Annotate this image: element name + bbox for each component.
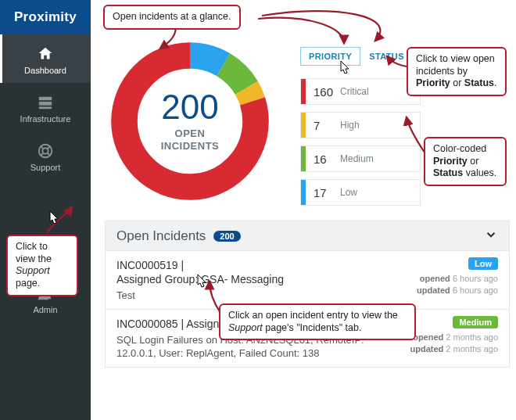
donut-caption: OPENINCIDENTS bbox=[161, 127, 220, 152]
incident-description: Test bbox=[116, 289, 374, 303]
stat-low[interactable]: 17 Low bbox=[300, 179, 421, 206]
donut-center: 200 OPENINCIDENTS bbox=[161, 90, 220, 152]
svg-rect-1 bbox=[39, 102, 52, 106]
panel-title: Open Incidents bbox=[116, 228, 206, 244]
sidebar-item-support[interactable]: Support bbox=[0, 131, 91, 180]
priority-legend: 160 Critical 7 High 16 Medium 17 Low bbox=[300, 78, 421, 206]
open-incidents-donut[interactable]: 200 OPENINCIDENTS bbox=[108, 39, 272, 203]
lifebuoy-icon bbox=[37, 142, 54, 160]
panel-count-badge: 200 bbox=[213, 231, 240, 242]
svg-rect-2 bbox=[39, 107, 52, 109]
panel-header[interactable]: Open Incidents 200 bbox=[106, 221, 509, 250]
incident-row[interactable]: INC0000519 | Assigned Group: GSA- Messag… bbox=[106, 250, 509, 309]
incident-tabs: PRIORITY STATUS bbox=[300, 47, 413, 66]
sidebar: Proximity Dashboard Infrastructure Suppo… bbox=[0, 0, 91, 420]
callout-support-page: Click to view the Support page. bbox=[6, 235, 78, 296]
svg-rect-0 bbox=[39, 97, 52, 101]
sidebar-item-infrastructure[interactable]: Infrastructure bbox=[0, 83, 91, 131]
brand-logo: Proximity bbox=[0, 0, 91, 34]
chevron-down-icon[interactable] bbox=[484, 228, 498, 244]
open-incidents-panel: Open Incidents 200 INC0000519 | Assigned… bbox=[105, 221, 510, 368]
tab-status[interactable]: STATUS bbox=[360, 47, 413, 66]
sidebar-item-label: Dashboard bbox=[24, 66, 66, 75]
callout-top: Open incidents at a glance. bbox=[103, 5, 241, 30]
home-icon bbox=[37, 45, 54, 63]
stat-high[interactable]: 7 High bbox=[300, 112, 421, 138]
callout-incident-click: Click an open incident entry to view the… bbox=[219, 303, 416, 340]
stat-critical[interactable]: 160 Critical bbox=[300, 78, 421, 105]
sidebar-item-label: Infrastructure bbox=[20, 114, 71, 124]
stat-medium[interactable]: 16 Medium bbox=[300, 145, 421, 172]
sidebar-item-dashboard[interactable]: Dashboard bbox=[0, 34, 91, 83]
donut-total: 200 bbox=[161, 90, 220, 124]
incident-meta: opened 2 months ago updated 2 months ago bbox=[410, 332, 499, 356]
priority-badge: Low bbox=[468, 257, 498, 270]
svg-point-4 bbox=[42, 148, 48, 153]
callout-right-tabs: Click to view open incidents by Priority… bbox=[407, 47, 507, 96]
server-icon bbox=[37, 94, 54, 111]
incident-id-line: INC0000519 | bbox=[116, 259, 498, 271]
callout-right-colors: Color-coded Priority or Status values. bbox=[424, 137, 507, 186]
incident-meta: opened 6 hours ago updated 6 hours ago bbox=[417, 273, 498, 297]
sidebar-item-label: Admin bbox=[33, 305, 57, 314]
tab-priority[interactable]: PRIORITY bbox=[300, 47, 360, 66]
priority-badge: Medium bbox=[453, 316, 498, 328]
sidebar-item-label: Support bbox=[30, 163, 61, 172]
